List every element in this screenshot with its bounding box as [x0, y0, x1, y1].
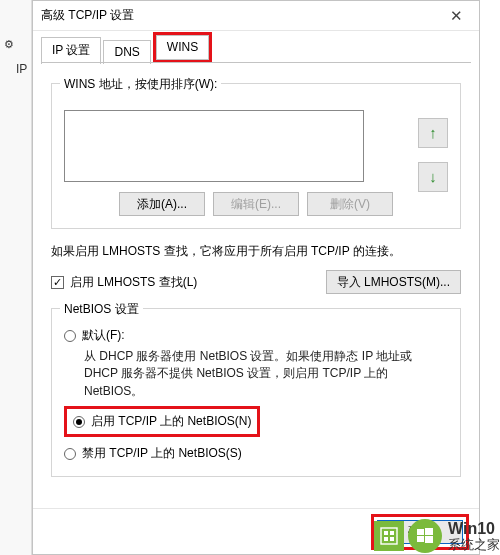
radio-selected-icon: [73, 416, 85, 428]
remove-button: 删除(V): [307, 192, 393, 216]
netbios-default-desc: 从 DHCP 服务器使用 NetBIOS 设置。如果使用静态 IP 地址或 DH…: [84, 348, 448, 400]
netbios-legend: NetBIOS 设置: [60, 301, 143, 318]
netbios-group: NetBIOS 设置 默认(F): 从 DHCP 服务器使用 NetBIOS 设…: [51, 308, 461, 477]
import-lmhosts-button[interactable]: 导入 LMHOSTS(M)...: [326, 270, 461, 294]
ok-button[interactable]: 确定: [377, 520, 463, 544]
tab-strip: IP 设置 DNS WINS: [33, 31, 479, 63]
panel-letter: IP: [16, 62, 27, 76]
move-down-button[interactable]: ↓: [418, 162, 448, 192]
background-panel: ⚙ IP: [0, 0, 32, 555]
edit-button: 编辑(E)...: [213, 192, 299, 216]
wins-address-listbox[interactable]: [64, 110, 364, 182]
netbios-enable-label: 启用 TCP/IP 上的 NetBIOS(N): [91, 413, 251, 430]
tab-wins[interactable]: WINS: [156, 35, 209, 60]
highlight-box: 启用 TCP/IP 上的 NetBIOS(N): [64, 406, 260, 437]
arrow-up-icon: ↑: [429, 124, 437, 141]
netbios-enable-radio[interactable]: 启用 TCP/IP 上的 NetBIOS(N): [73, 413, 251, 430]
netbios-default-radio[interactable]: 默认(F):: [64, 327, 448, 344]
lmhosts-row: ✓ 启用 LMHOSTS 查找(L) 导入 LMHOSTS(M)...: [51, 270, 461, 294]
tab-dns[interactable]: DNS: [103, 40, 150, 64]
reorder-buttons: ↑ ↓: [418, 118, 448, 192]
arrow-down-icon: ↓: [429, 168, 437, 185]
close-icon[interactable]: ✕: [439, 7, 473, 25]
netbios-disable-label: 禁用 TCP/IP 上的 NetBIOS(S): [82, 445, 242, 462]
wins-address-group: WINS 地址，按使用排序(W): ↑ ↓ 添加(A)... 编辑(E)... …: [51, 83, 461, 229]
add-button[interactable]: 添加(A)...: [119, 192, 205, 216]
window-title: 高级 TCP/IP 设置: [41, 7, 134, 24]
move-up-button[interactable]: ↑: [418, 118, 448, 148]
radio-icon: [64, 448, 76, 460]
enable-lmhosts-label: 启用 LMHOSTS 查找(L): [70, 274, 197, 291]
lmhosts-note: 如果启用 LMHOSTS 查找，它将应用于所有启用 TCP/IP 的连接。: [51, 243, 461, 260]
radio-icon: [64, 330, 76, 342]
wins-button-row: 添加(A)... 编辑(E)... 删除(V): [64, 192, 448, 216]
dialog-body: WINS 地址，按使用排序(W): ↑ ↓ 添加(A)... 编辑(E)... …: [33, 63, 479, 477]
dialog-footer: 确定: [33, 508, 479, 554]
wins-address-legend: WINS 地址，按使用排序(W):: [60, 76, 221, 93]
highlight-box: 确定: [371, 514, 469, 550]
enable-lmhosts-checkbox[interactable]: ✓ 启用 LMHOSTS 查找(L): [51, 274, 197, 291]
highlight-box: WINS: [153, 32, 212, 63]
gear-icon: ⚙: [4, 38, 14, 51]
dialog-window: 高级 TCP/IP 设置 ✕ IP 设置 DNS WINS WINS 地址，按使…: [32, 0, 480, 555]
check-icon: ✓: [51, 276, 64, 289]
titlebar: 高级 TCP/IP 设置 ✕: [33, 1, 479, 31]
netbios-default-label: 默认(F):: [82, 327, 125, 344]
netbios-disable-radio[interactable]: 禁用 TCP/IP 上的 NetBIOS(S): [64, 445, 448, 462]
tab-ip-settings[interactable]: IP 设置: [41, 37, 101, 64]
